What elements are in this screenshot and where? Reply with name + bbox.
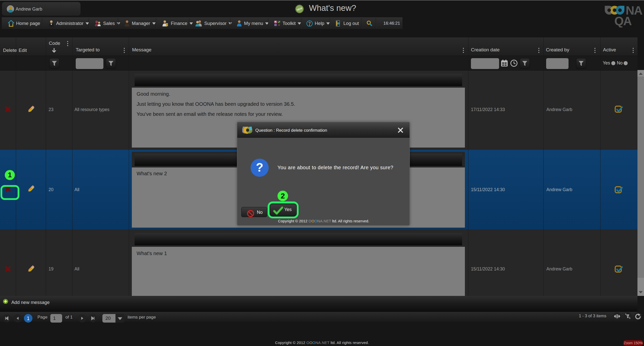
svg-text:QA: QA <box>614 14 632 27</box>
